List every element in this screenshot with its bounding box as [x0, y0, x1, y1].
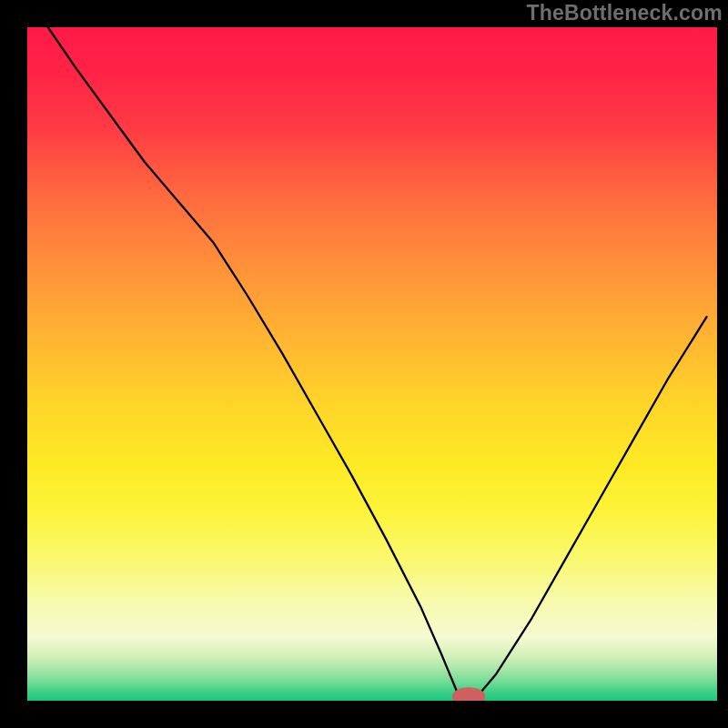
chart-svg [0, 0, 728, 728]
watermark-text: TheBottleneck.com [526, 1, 723, 25]
chart-container: TheBottleneck.com [0, 0, 728, 728]
svg-rect-4 [717, 0, 728, 728]
svg-rect-2 [0, 701, 728, 728]
svg-rect-0 [27, 27, 717, 701]
svg-rect-3 [0, 0, 27, 728]
